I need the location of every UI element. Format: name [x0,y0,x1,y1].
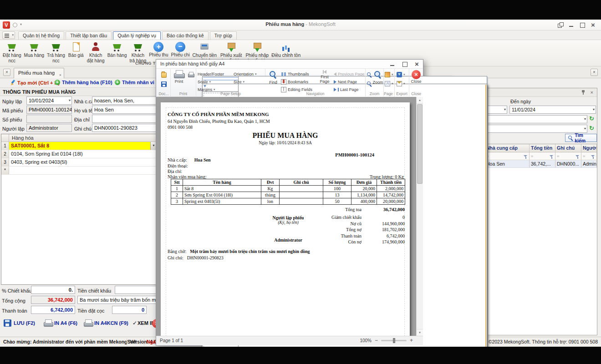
column-header[interactable]: Hàng hóa [9,134,157,142]
filter-icon[interactable] [550,155,554,159]
grid-row[interactable]: 1 SAT00001, Sắt 8 ▼ [1,142,157,150]
minimize-button[interactable] [568,22,575,28]
discount-pct-input[interactable]: 0. [31,286,75,294]
add-staff-button[interactable]: Thêm nhân vi [115,80,154,85]
ribbon-button[interactable]: Khách đặt hàng [86,41,106,64]
chevron-down-icon[interactable]: ▾ [69,98,71,103]
filter-cell[interactable]: = [530,152,555,160]
chevron-down-icon[interactable]: ▾ [504,107,506,112]
menu-icon[interactable] [2,31,15,39]
tab-phieu-mua-hang[interactable]: Phiếu mua hàng × [14,68,64,78]
ribbon-button[interactable]: Đặt hàng ncc [1,41,23,64]
maximize-button[interactable] [579,22,586,28]
dock-window-icon[interactable] [557,22,564,28]
zoom-button[interactable]: Zoom [372,70,383,85]
creator-input[interactable]: Administrator [26,124,72,132]
header-footer-button[interactable]: Header/Footer [198,71,224,78]
scrollbar-thumb[interactable] [417,104,423,184]
create-new-button[interactable]: Tạo mới (Ctrl + N) [10,80,60,86]
filter-icon[interactable] [576,155,580,159]
scale-button[interactable]: Scale▾ [198,78,211,86]
previous-page-button[interactable]: Previous Page [334,71,365,78]
close-panel-region-icon[interactable]: × [591,69,598,76]
grid-new-row[interactable]: * [1,167,157,175]
zoom-in-button[interactable]: + [410,338,413,343]
save-document-icon[interactable] [161,81,167,87]
pin-icon[interactable] [581,90,586,96]
close-preview-button[interactable]: ×Close [410,70,422,84]
ribbon-button[interactable]: Phiếu thu [148,41,169,58]
to-date-input[interactable]: 11/01/2024▾ [509,106,596,114]
print-button[interactable]: Print [172,70,186,84]
column-header[interactable]: Nhà cung cấp [485,144,530,152]
close-all-tabs-icon[interactable]: × [3,69,10,76]
search-button[interactable]: Tìm kiếm [565,134,597,142]
grid-row[interactable]: 2 0104, Sơn Spring Ext 0104 (18l) [1,150,157,158]
open-document-icon[interactable] [161,72,167,78]
ribbon-button[interactable]: Khách trả hàng [128,41,148,64]
filter-cell[interactable]: = [555,152,581,160]
print-a4kcn-button[interactable]: IN A4KCN (F9) [94,320,128,326]
filter-icon[interactable] [524,155,528,159]
close-panel-icon[interactable]: × [591,90,593,95]
zoom-out-button[interactable]: − [375,338,378,343]
page-color-button[interactable]: ▾ [385,71,393,78]
send-email-button[interactable]: ▾ [397,80,405,87]
thumbnails-button[interactable]: Thumbnails [281,71,309,78]
dialog-title-bar[interactable]: In phiếu bán hàng khổ giấy A4 [156,60,423,69]
menu-tab[interactable]: Báo cáo thống kê [162,31,209,40]
menu-tab[interactable]: Thiết lập ban đầu [66,31,112,40]
chevron-down-icon[interactable]: ▾ [584,126,586,131]
chevron-down-icon[interactable]: ▾ [584,117,586,121]
deposit-input[interactable]: 0 [112,306,147,314]
dialog-maximize-button[interactable] [402,61,408,67]
ribbon-button[interactable]: Phiếu chi [169,41,191,58]
scroll-up-icon[interactable]: ▲ [417,97,423,104]
scroll-down-icon[interactable]: ▼ [417,329,423,336]
refresh-icon[interactable]: ↻ [589,125,594,131]
column-header[interactable]: Tổng tiền [530,144,555,152]
close-button[interactable] [590,22,596,28]
dialog-minimize-button[interactable] [389,61,396,67]
grid-row[interactable]: 3 0403, Spring ext 0403(5l) [1,158,157,167]
code-input[interactable]: PMH00001-100124 [26,106,72,114]
zoom-slider-thumb[interactable] [393,338,395,343]
refresh-icon[interactable]: ↻ [589,116,594,122]
chevron-down-icon[interactable]: ▾ [593,107,595,112]
add-item-button[interactable]: Thêm hàng hóa (F10) [55,80,112,85]
menu-tab[interactable]: Trợ giúp [210,31,237,40]
menu-tab[interactable]: Quản trị hệ thống [18,31,64,40]
filter-cell[interactable]: = [485,152,530,160]
zoom-slider[interactable] [381,340,407,341]
bookmarks-button[interactable]: Bookmarks [281,78,308,86]
watermark-button[interactable]: ▾ [385,80,393,87]
quick-print-icon[interactable] [188,72,194,77]
filter-icon[interactable] [591,155,595,159]
first-page-button[interactable]: First Page [316,70,333,84]
menu-tab[interactable]: Quản lý nghiệp vụ [113,31,161,40]
ribbon-button[interactable]: Điều chỉnh tồn [270,41,302,59]
column-header[interactable]: Người [581,144,597,152]
find-button[interactable]: Find [266,70,280,85]
preview-document-area[interactable]: CÔNG TY CỔ PHẦN PHẦN MỀM MEKONG 64 Nguyễ… [156,97,423,336]
ribbon-button[interactable]: Mua hàng [23,41,46,59]
number-input[interactable] [26,115,72,123]
save-button[interactable]: LƯU (F2) [14,320,35,326]
export-button[interactable]: ▾ [397,71,405,78]
ribbon-button[interactable]: Báo giá [66,41,86,59]
filter-cell[interactable]: = [581,152,597,160]
paid-amount-input[interactable]: 6,742,000 [31,306,75,314]
size-button[interactable]: Size▾ [234,78,244,86]
ribbon-button[interactable]: Trả hàng ncc [46,41,66,64]
zoom-in-icon[interactable] [367,81,372,86]
ribbon-button[interactable]: Bán hàng [106,41,128,59]
zoom-out-icon[interactable] [367,72,372,77]
checkbox-checked-icon[interactable]: ✓ [132,320,137,326]
column-header[interactable]: Ghi chú [555,144,581,152]
next-page-button[interactable]: Next Page [334,78,357,86]
date-input[interactable]: 10/01/2024▾ [26,96,72,105]
preview-scrollbar[interactable]: ▲ ▼ [416,97,423,336]
print-a4-button[interactable]: IN A4 (F6) [54,320,77,326]
dialog-close-button[interactable] [414,61,420,67]
orientation-button[interactable]: Orientation▾ [234,71,257,78]
